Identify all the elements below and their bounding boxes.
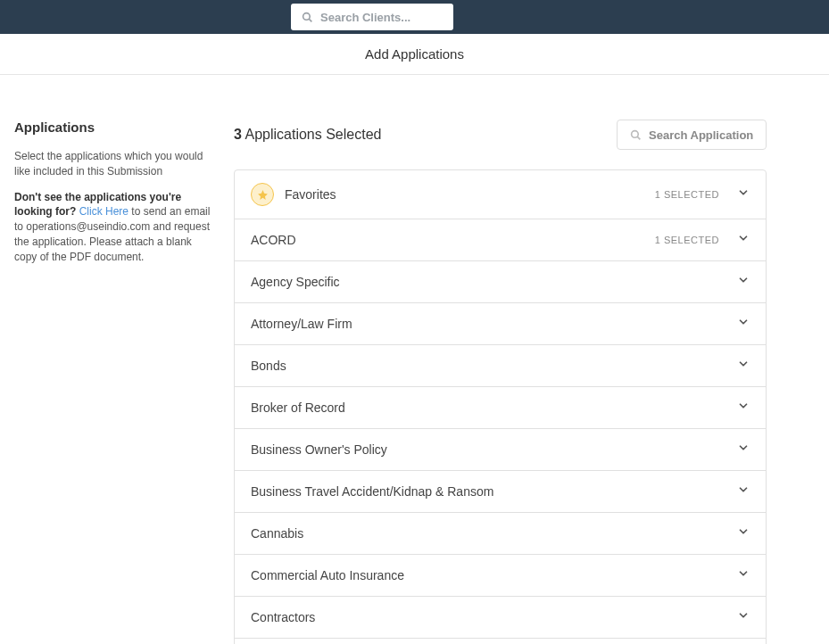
- star-icon: [251, 183, 274, 206]
- content-header: 3 Applications Selected: [234, 120, 767, 150]
- search-icon: [302, 12, 313, 23]
- category-label: Commercial Auto Insurance: [251, 568, 737, 582]
- main-container: Applications Select the applications whi…: [0, 75, 829, 644]
- category-item[interactable]: Business Owner's Policy: [235, 429, 766, 471]
- category-item[interactable]: Business Travel Accident/Kidnap & Ransom: [235, 471, 766, 513]
- sidebar: Applications Select the applications whi…: [14, 120, 234, 644]
- category-item[interactable]: Crime: [235, 639, 766, 644]
- category-label: Attorney/Law Firm: [251, 317, 737, 331]
- category-item[interactable]: Commercial Auto Insurance: [235, 555, 766, 597]
- category-item[interactable]: Contractors: [235, 597, 766, 639]
- svg-point-0: [303, 12, 311, 20]
- search-icon: [630, 129, 642, 141]
- category-item[interactable]: Attorney/Law Firm: [235, 303, 766, 345]
- category-item[interactable]: Favorites1 SELECTED: [235, 170, 766, 219]
- chevron-down-icon: [737, 442, 750, 458]
- sidebar-intro: Select the applications which you would …: [14, 149, 212, 179]
- chevron-down-icon: [737, 186, 750, 202]
- category-list: Favorites1 SELECTEDACORD1 SELECTEDAgency…: [234, 169, 767, 644]
- chevron-down-icon: [737, 483, 750, 500]
- category-item[interactable]: ACORD1 SELECTED: [235, 219, 766, 261]
- chevron-down-icon: [737, 274, 750, 290]
- category-label: Business Travel Accident/Kidnap & Ransom: [251, 484, 737, 499]
- sidebar-help-link[interactable]: Click Here: [79, 205, 128, 218]
- selected-badge: 1 SELECTED: [655, 189, 719, 200]
- chevron-down-icon: [737, 232, 750, 248]
- category-label: Bonds: [251, 359, 737, 373]
- category-item[interactable]: Agency Specific: [235, 261, 766, 303]
- search-apps-box[interactable]: [617, 120, 767, 150]
- page-title: Add Applications: [0, 46, 829, 62]
- selected-count: 3 Applications Selected: [234, 127, 381, 143]
- category-label: Favorites: [285, 187, 655, 202]
- category-label: ACORD: [251, 233, 655, 247]
- category-item[interactable]: Cannabis: [235, 513, 766, 555]
- search-clients-input[interactable]: [320, 11, 443, 24]
- category-item[interactable]: Bonds: [235, 345, 766, 387]
- category-label: Contractors: [251, 610, 737, 624]
- category-label: Broker of Record: [251, 400, 737, 415]
- chevron-down-icon: [737, 358, 750, 374]
- selected-badge: 1 SELECTED: [655, 235, 719, 245]
- search-clients-box[interactable]: [291, 4, 453, 30]
- selected-count-label: Applications Selected: [242, 127, 382, 142]
- category-label: Agency Specific: [251, 275, 737, 289]
- svg-point-2: [632, 130, 639, 137]
- page-header: Add Applications: [0, 34, 829, 75]
- category-label: Cannabis: [251, 526, 737, 541]
- content-area: 3 Applications Selected Favorites1 SELEC…: [234, 120, 829, 644]
- category-item[interactable]: Broker of Record: [235, 387, 766, 429]
- search-apps-input[interactable]: [649, 128, 753, 142]
- chevron-down-icon: [737, 609, 750, 625]
- selected-count-number: 3: [234, 127, 242, 142]
- chevron-down-icon: [737, 316, 750, 332]
- svg-line-3: [637, 136, 640, 139]
- top-bar: [0, 0, 829, 34]
- category-label: Business Owner's Policy: [251, 442, 737, 457]
- svg-line-1: [309, 19, 311, 21]
- sidebar-help: Don't see the applications you're lookin…: [14, 190, 212, 265]
- chevron-down-icon: [737, 567, 750, 583]
- chevron-down-icon: [737, 525, 750, 541]
- chevron-down-icon: [737, 400, 750, 416]
- sidebar-title: Applications: [14, 120, 212, 135]
